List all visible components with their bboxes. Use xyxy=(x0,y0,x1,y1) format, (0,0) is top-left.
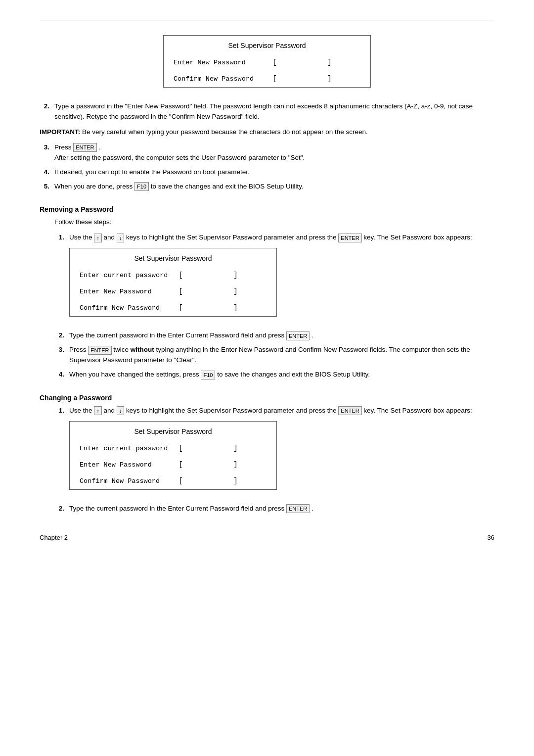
removing-current-input: [ ] xyxy=(178,271,238,280)
removing-step-4: 4. When you have changed the settings, p… xyxy=(54,370,494,380)
removing-enter-new-label: Enter New Password xyxy=(80,288,178,295)
removing-row-confirm: Confirm New Password [ ] xyxy=(70,300,276,316)
enter-key-badge-4: ENTER xyxy=(88,346,111,355)
bracket-open-c1: [ xyxy=(178,444,183,453)
changing-step-2-num: 2. xyxy=(54,504,64,514)
removing-step-4-num: 4. xyxy=(54,370,64,380)
removing-step-4-content: When you have changed the settings, pres… xyxy=(69,370,494,380)
step-4-content: If desired, you can opt to enable the Pa… xyxy=(54,167,494,178)
bracket-open-r3: [ xyxy=(178,304,183,312)
important-text: Be very careful when typing your passwor… xyxy=(82,128,368,136)
bracket-close-r3: ] xyxy=(233,304,238,312)
bracket-close-r2: ] xyxy=(233,287,238,296)
enter-key-badge-6: ENTER xyxy=(286,504,310,513)
important-note: IMPORTANT: Be very careful when typing y… xyxy=(40,127,494,138)
changing-enter-new-label: Enter New Password xyxy=(80,461,178,469)
bracket-close-c3: ] xyxy=(233,477,238,485)
changing-row-confirm: Confirm New Password [ ] xyxy=(70,473,276,489)
confirm-new-password-input-area: [ ] xyxy=(272,75,332,83)
dialog-row-enter-new: Enter New Password [ ] xyxy=(164,54,370,71)
step-4-item: 4. If desired, you can opt to enable the… xyxy=(40,167,494,178)
removing-step-2-num: 2. xyxy=(54,331,64,341)
step-5-item: 5. When you are done, press F10 to save … xyxy=(40,182,494,192)
important-label: IMPORTANT: xyxy=(40,128,80,136)
removing-follow-steps: Follow these steps: xyxy=(54,217,494,228)
changing-new-input: [ ] xyxy=(178,461,238,469)
step-2-item: 2. Type a password in the "Enter New Pas… xyxy=(40,101,494,122)
initial-set-password-dialog: Set Supervisor Password Enter New Passwo… xyxy=(163,35,371,88)
changing-step-1: 1. Use the ↑ and ↓ keys to highlight the… xyxy=(54,406,494,416)
bracket-open-r1: [ xyxy=(178,271,183,280)
f10-key-badge-1: F10 xyxy=(134,182,149,191)
changing-step-2: 2. Type the current password in the Ente… xyxy=(54,504,494,514)
removing-row-new: Enter New Password [ ] xyxy=(70,284,276,300)
changing-row-new: Enter New Password [ ] xyxy=(70,457,276,473)
changing-dialog-title: Set Supervisor Password xyxy=(70,422,276,440)
bracket-open-c2: [ xyxy=(178,461,183,469)
enter-key-badge-2: ENTER xyxy=(338,234,361,242)
input-space-c1 xyxy=(186,445,230,452)
changing-enter-current-label: Enter current password xyxy=(80,445,178,452)
step-5-num: 5. xyxy=(40,182,49,192)
step-2-content: Type a password in the "Enter New Passwo… xyxy=(54,101,494,122)
bracket-open-c3: [ xyxy=(178,477,183,485)
dialog-row-confirm-new: Confirm New Password [ ] xyxy=(164,71,370,87)
removing-enter-current-label: Enter current password xyxy=(80,272,178,279)
up-key-badge: ↑ xyxy=(94,234,102,242)
f10-key-badge-2: F10 xyxy=(201,371,215,379)
initial-dialog-title: Set Supervisor Password xyxy=(164,36,370,54)
bracket-close-c1: ] xyxy=(233,444,238,453)
bracket-open-2: [ xyxy=(272,75,277,83)
step-3-content: Press ENTER . After setting the password… xyxy=(54,142,494,163)
changing-steps: 1. Use the ↑ and ↓ keys to highlight the… xyxy=(54,406,494,514)
input-space-r2 xyxy=(186,288,230,295)
footer: Chapter 2 36 xyxy=(40,534,494,541)
footer-page: 36 xyxy=(488,534,494,541)
removing-section-title: Removing a Password xyxy=(40,205,494,213)
changing-step-1-num: 1. xyxy=(54,406,64,416)
input-space-2 xyxy=(280,75,324,83)
removing-step-1: 1. Use the ↑ and ↓ keys to highlight the… xyxy=(54,233,494,243)
changing-step-1-content: Use the ↑ and ↓ keys to highlight the Se… xyxy=(69,406,494,416)
changing-current-input: [ ] xyxy=(178,444,238,453)
step-3-item: 3. Press ENTER . After setting the passw… xyxy=(40,142,494,163)
changing-confirm-input: [ ] xyxy=(178,477,238,485)
bracket-close-r1: ] xyxy=(233,271,238,280)
confirm-new-password-label: Confirm New Password xyxy=(174,75,272,83)
removing-row-current: Enter current password [ ] xyxy=(70,267,276,284)
removing-confirm-label: Confirm New Password xyxy=(80,304,178,312)
changing-section-title: Changing a Password xyxy=(40,394,494,402)
down-key-badge: ↓ xyxy=(117,234,125,242)
step-3-num: 3. xyxy=(40,142,49,163)
input-space-c3 xyxy=(186,477,230,485)
input-space-r1 xyxy=(186,272,230,279)
removing-step-1-num: 1. xyxy=(54,233,64,243)
removing-step-2: 2. Type the current password in the Ente… xyxy=(54,331,494,341)
bracket-close-c2: ] xyxy=(233,461,238,469)
removing-dialog-title: Set Supervisor Password xyxy=(70,248,276,267)
down-key-badge-2: ↓ xyxy=(117,406,125,415)
removing-password-section: Removing a Password Follow these steps: … xyxy=(40,205,494,380)
removing-steps: 1. Use the ↑ and ↓ keys to highlight the… xyxy=(54,233,494,380)
removing-dialog: Set Supervisor Password Enter current pa… xyxy=(69,248,277,317)
changing-step-2-content: Type the current password in the Enter C… xyxy=(69,504,494,514)
input-space xyxy=(280,59,324,66)
changing-password-section: Changing a Password 1. Use the ↑ and ↓ k… xyxy=(40,394,494,514)
top-divider xyxy=(40,20,494,20)
removing-step-3-content: Press ENTER twice without typing anythin… xyxy=(69,345,494,366)
removing-step-1-content: Use the ↑ and ↓ keys to highlight the Se… xyxy=(69,233,494,243)
enter-key-badge-5: ENTER xyxy=(338,406,361,415)
removing-step-3-num: 3. xyxy=(54,345,64,366)
changing-row-current: Enter current password [ ] xyxy=(70,440,276,457)
bracket-open: [ xyxy=(272,58,277,67)
bracket-close-2: ] xyxy=(327,75,332,83)
input-space-c2 xyxy=(186,461,230,469)
step-2-num: 2. xyxy=(40,101,49,122)
step-4-num: 4. xyxy=(40,167,49,178)
changing-confirm-label: Confirm New Password xyxy=(80,477,178,485)
input-space-r3 xyxy=(186,304,230,312)
step-5-content: When you are done, press F10 to save the… xyxy=(54,182,494,192)
up-key-badge-2: ↑ xyxy=(94,406,102,415)
removing-new-input: [ ] xyxy=(178,287,238,296)
enter-key-badge-3: ENTER xyxy=(286,331,310,340)
